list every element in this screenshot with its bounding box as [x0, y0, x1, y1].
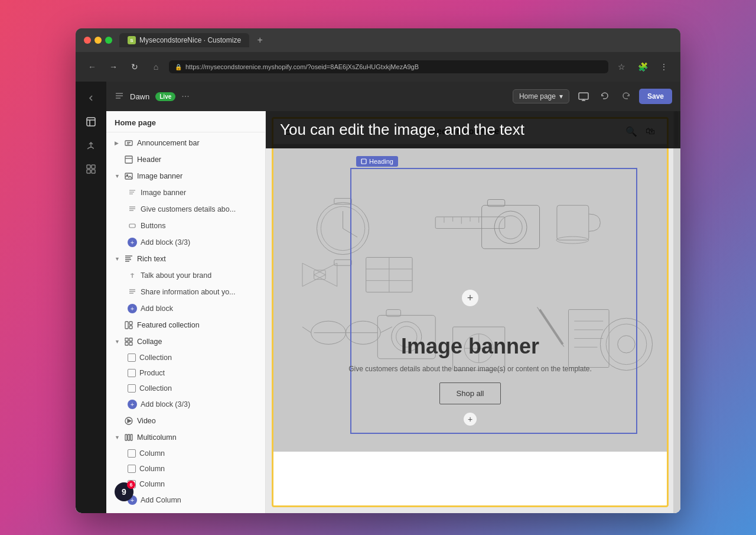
sidebar-item-collage[interactable]: ▼ Collage: [106, 333, 265, 350]
browser-window: S MysecondstoreNice · Customize + ← → ↻ …: [76, 28, 680, 513]
content-area: Home page ▶ Announcement bar ▶: [106, 111, 680, 513]
shopify-favicon: S: [128, 36, 136, 44]
sidebar-item-header[interactable]: ▶ Header: [106, 151, 265, 168]
sidebar-item-collection-2[interactable]: Collection: [106, 381, 265, 396]
extensions-button[interactable]: 🧩: [634, 59, 651, 75]
close-button[interactable]: [84, 37, 91, 44]
frame-icon: [128, 354, 136, 362]
sidebar-item-collection-1[interactable]: Collection: [106, 350, 265, 365]
image-banner-icon: [124, 171, 133, 181]
sidebar-item-featured-collection[interactable]: ▶ Featured collection: [106, 317, 265, 333]
sidebar-item-video[interactable]: ▶ Video: [106, 413, 265, 429]
button-icon: [128, 221, 137, 231]
plus-center-handle[interactable]: +: [462, 290, 478, 306]
preview-scrollbar[interactable]: [673, 111, 680, 513]
chevron-down-icon: ▼: [115, 435, 120, 440]
announcement-bar-label: Announcement bar: [137, 139, 200, 147]
main-toolbar: Dawn Live ··· Home page ▾: [106, 82, 680, 111]
sidebar-icon-back[interactable]: [80, 87, 102, 109]
device-desktop-button[interactable]: [575, 88, 592, 105]
sidebar-item-image-banner[interactable]: ▼ Image banner: [106, 168, 265, 184]
product-1-label: Product: [139, 369, 165, 377]
collage-label: Collage: [137, 338, 162, 346]
undo-button[interactable]: [597, 88, 613, 105]
new-tab-button[interactable]: +: [253, 33, 267, 47]
bookmark-button[interactable]: ☆: [613, 59, 630, 75]
minimize-button[interactable]: [94, 37, 102, 44]
forward-button[interactable]: →: [105, 59, 122, 75]
refresh-button[interactable]: ↻: [126, 59, 143, 75]
svg-rect-23: [129, 322, 132, 325]
home-button[interactable]: ⌂: [148, 59, 164, 75]
chevron-right-icon: ▶: [115, 140, 120, 146]
frame-icon: [128, 465, 136, 473]
sidebar-item-announcement-bar[interactable]: ▶ Announcement bar: [106, 135, 265, 151]
talk-about-brand-label: Talk about your brand: [141, 271, 211, 280]
frame-icon: [128, 449, 136, 458]
redo-button[interactable]: [618, 88, 634, 105]
plus-icon: +: [128, 238, 137, 247]
tab-bar: S MysecondstoreNice · Customize +: [119, 33, 267, 47]
list-icon: [128, 205, 137, 214]
sidebar-item-add-block-collage[interactable]: + Add block (3/3): [106, 396, 265, 413]
sidebar-item-multicolumn[interactable]: ▼ Multicolumn: [106, 429, 265, 446]
icon-sidebar: [76, 82, 106, 513]
text-icon: [128, 188, 137, 197]
collection-2-label: Collection: [139, 384, 172, 393]
avatar[interactable]: 9 6: [115, 482, 133, 501]
page-selector-dropdown[interactable]: Home page ▾: [513, 89, 569, 103]
address-bar[interactable]: 🔒 https://mysecondstorenice.myshopify.co…: [169, 60, 608, 73]
more-options-button[interactable]: ···: [181, 91, 189, 102]
save-button[interactable]: Save: [639, 89, 672, 104]
sidebar-item-give-customers[interactable]: Give customers details abo...: [106, 201, 265, 218]
plus-icon: +: [128, 400, 137, 409]
sidebar-item-rich-text[interactable]: ▼ Rich text: [106, 251, 265, 267]
sidebar-item-column-2[interactable]: Column: [106, 461, 265, 476]
sidebar-item-buttons[interactable]: Buttons: [106, 218, 265, 234]
sidebar-item-product-1[interactable]: Product: [106, 365, 265, 381]
svg-rect-33: [131, 435, 132, 440]
featured-collection-label: Featured collection: [137, 321, 200, 329]
sidebar-item-talk-about-brand[interactable]: Talk about your brand: [106, 267, 265, 284]
rich-text-icon: [124, 254, 133, 264]
active-tab[interactable]: S MysecondstoreNice · Customize: [119, 33, 249, 47]
page-selector-label: Home page: [519, 92, 556, 100]
banner-title: Image banner: [273, 334, 667, 359]
svg-rect-25: [125, 338, 128, 341]
sidebar-icon-brush[interactable]: [80, 135, 102, 156]
sidebar-item-share-information[interactable]: Share information about yo...: [106, 284, 265, 300]
sidebar-icon-apps[interactable]: [80, 158, 102, 180]
featured-collection-icon: [124, 320, 133, 330]
image-banner-block-label: Image banner: [141, 189, 186, 197]
add-block-rich-label: Add block: [141, 304, 173, 313]
column-3-label: Column: [139, 480, 165, 488]
svg-rect-22: [125, 322, 128, 329]
multicolumn-label: Multicolumn: [137, 433, 177, 442]
nav-actions: ☆ 🧩 ⋮: [613, 59, 672, 75]
video-label: Video: [137, 417, 156, 425]
sidebar-item-column-1[interactable]: Column: [106, 446, 265, 461]
buttons-label: Buttons: [141, 222, 165, 230]
sidebar-icon-theme[interactable]: [80, 111, 102, 132]
maximize-button[interactable]: [105, 37, 112, 44]
heading-label-badge: Heading: [356, 156, 398, 167]
banner-subtitle: Give customers details about the banner …: [273, 365, 667, 373]
collage-icon: [124, 337, 133, 346]
menu-button[interactable]: ⋮: [656, 59, 672, 75]
back-to-themes-button[interactable]: [115, 91, 124, 102]
tab-label: MysecondstoreNice · Customize: [139, 36, 241, 44]
svg-rect-28: [129, 342, 132, 345]
browser-titlebar: S MysecondstoreNice · Customize +: [76, 28, 680, 52]
sidebar-item-add-block-image[interactable]: + Add block (3/3): [106, 234, 265, 251]
sidebar-item-add-block-rich[interactable]: + Add block: [106, 300, 265, 317]
sidebar-item-image-banner-block[interactable]: Image banner: [106, 184, 265, 201]
shop-all-button[interactable]: Shop all: [439, 382, 501, 404]
plus-bottom-handle[interactable]: +: [464, 413, 477, 426]
user-avatar-area: 9 6: [115, 482, 133, 501]
svg-rect-24: [129, 326, 132, 329]
svg-rect-27: [125, 342, 128, 345]
back-button[interactable]: ←: [84, 59, 100, 75]
list-icon: [128, 287, 137, 297]
svg-marker-30: [128, 419, 131, 423]
url-text: https://mysecondstorenice.myshopify.com/…: [185, 63, 419, 70]
